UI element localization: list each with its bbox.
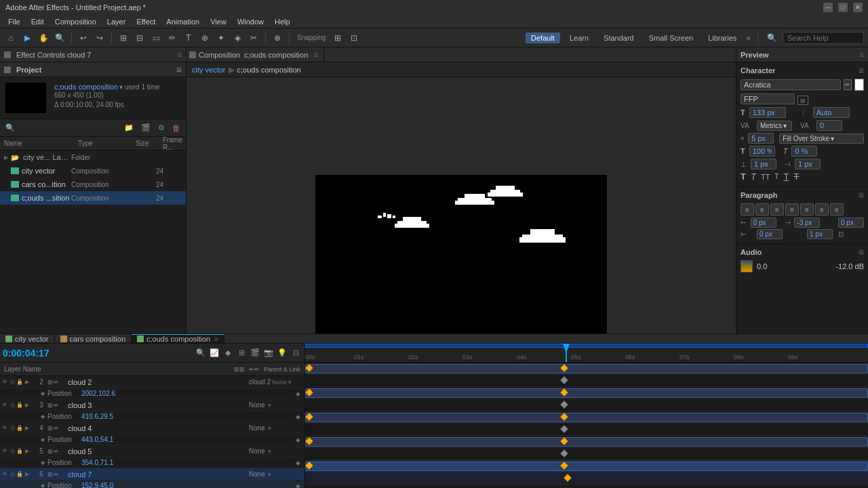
file-item-3[interactable]: c;ouds ...sition Composition 24: [0, 191, 186, 205]
superscript-icon[interactable]: T: [774, 173, 778, 180]
tl-tab-clouds[interactable]: c;ouds composition ≡: [132, 334, 224, 343]
file-item-2[interactable]: cars co...ition Composition 24: [0, 178, 186, 191]
menu-composition[interactable]: Composition: [50, 16, 102, 27]
layer-4-switch-2[interactable]: ✏: [54, 425, 59, 432]
search-input[interactable]: [783, 32, 864, 44]
layer-3-anim-icon[interactable]: ◈: [41, 413, 45, 420]
indent-right-input[interactable]: [794, 218, 820, 228]
color-swatch-primary[interactable]: [854, 79, 864, 91]
italic-icon[interactable]: T: [751, 171, 756, 182]
tool8[interactable]: ◈: [231, 31, 244, 45]
layer-row-6[interactable]: 👁 ◎ 🔒 ▶ 6 ⊞ ✏ cloud 7 None ▾: [0, 468, 304, 481]
menu-edit[interactable]: Edit: [26, 16, 50, 27]
menu-layer[interactable]: Layer: [102, 16, 132, 27]
search-project-icon[interactable]: 🔍: [3, 122, 18, 134]
layer-5-anim-icon[interactable]: ◈: [41, 460, 45, 466]
font-input[interactable]: [741, 79, 841, 90]
layer-2-solo[interactable]: ◎: [9, 378, 16, 387]
delete-button[interactable]: 🗑: [170, 122, 183, 134]
close-button[interactable]: ✕: [853, 3, 863, 12]
menu-animation[interactable]: Animation: [161, 16, 205, 27]
undo-tool[interactable]: ↩: [77, 31, 90, 45]
workspace-default[interactable]: Default: [526, 33, 560, 43]
file-item-1[interactable]: city vector Composition 24: [0, 164, 186, 178]
layer-4-parent-chevron[interactable]: ▾: [268, 425, 271, 432]
layer-6-keyframe-link[interactable]: ◈: [296, 483, 300, 489]
layer-6-lock[interactable]: 🔒: [16, 470, 23, 479]
line-height-input[interactable]: [813, 107, 850, 118]
menu-help[interactable]: Help: [269, 16, 296, 27]
layer-3-keyframe-link[interactable]: ◈: [296, 413, 300, 420]
layer-4-lock[interactable]: 🔒: [16, 424, 23, 433]
tl-current-time[interactable]: 0:00:04:17: [3, 348, 50, 359]
comp-tab-menu[interactable]: ≡: [313, 50, 318, 60]
kerning-dropdown[interactable]: Metrics ▾: [757, 121, 792, 131]
layer-2-switch-2[interactable]: ✏: [54, 379, 59, 386]
home-button[interactable]: ⌂: [4, 31, 18, 45]
tl-playhead[interactable]: [566, 344, 567, 362]
item-expand-0[interactable]: ▶: [3, 152, 9, 162]
tool10[interactable]: ⊗: [271, 31, 284, 45]
secondary-color-swatch[interactable]: ▤: [797, 96, 808, 105]
layer-3-collapse[interactable]: ▶: [24, 401, 31, 410]
layer-6-switch-1[interactable]: ⊞: [47, 471, 53, 478]
align-justify-r-btn[interactable]: ≡: [815, 203, 829, 216]
tl-comp-btn[interactable]: 🎬: [249, 347, 261, 359]
maximize-button[interactable]: □: [838, 3, 848, 12]
tl-kf-4-pos[interactable]: [560, 425, 568, 432]
workspace-overflow[interactable]: »: [746, 33, 751, 43]
tool4[interactable]: ✏: [165, 31, 179, 45]
layer-5-solo[interactable]: ◎: [9, 447, 16, 456]
layer-4-switch-1[interactable]: ⊞: [47, 425, 53, 432]
tl-add-layer-btn[interactable]: ⊞: [235, 347, 248, 359]
paragraph-menu[interactable]: ≡: [859, 190, 864, 201]
layer-2-lock[interactable]: 🔒: [16, 378, 23, 387]
layer-5-keyframe-link[interactable]: ◈: [296, 460, 300, 466]
tl-tab-city-vector[interactable]: city vector: [0, 334, 55, 343]
tool3[interactable]: ▭: [149, 31, 163, 45]
tl-add-marker-btn[interactable]: ◆: [222, 347, 234, 359]
menu-file[interactable]: File: [3, 16, 26, 27]
tool6[interactable]: ⊕: [198, 31, 212, 45]
preview-menu[interactable]: ≡: [859, 50, 864, 60]
layer-5-collapse[interactable]: ▶: [24, 447, 31, 456]
tl-tab-menu[interactable]: ≡: [214, 336, 218, 343]
workspace-learn[interactable]: Learn: [564, 33, 594, 43]
menu-effect[interactable]: Effect: [131, 16, 161, 27]
scale-h-input[interactable]: [791, 146, 817, 157]
align-right-btn[interactable]: ≡: [770, 203, 784, 216]
layer-4-collapse[interactable]: ▶: [24, 424, 31, 433]
baseline-input[interactable]: [751, 159, 776, 169]
stroke-width-input[interactable]: [748, 133, 774, 144]
layer-6-parent-chevron[interactable]: ▾: [268, 471, 271, 478]
layer-2-parent-link[interactable]: ▾: [288, 379, 292, 386]
new-comp-button[interactable]: 🎬: [138, 122, 153, 134]
breadcrumb-city-vector[interactable]: city vector: [192, 66, 226, 74]
snapping-toggle[interactable]: ⊞: [331, 31, 344, 45]
layer-2-keyframe-link[interactable]: ◈: [296, 390, 300, 397]
audio-menu[interactable]: ≡: [859, 247, 864, 258]
align-justify-all-btn[interactable]: ≡: [830, 203, 844, 216]
layer-row-5[interactable]: 👁 ◎ 🔒 ▶ 5 ⊞ ✏ cloud 5 None ▾: [0, 445, 304, 458]
tool7[interactable]: ✦: [214, 31, 228, 45]
layer-3-parent-chevron[interactable]: ▾: [268, 402, 271, 409]
redo-tool[interactable]: ↪: [93, 31, 106, 45]
tl-search-btn[interactable]: 🔍: [195, 347, 207, 359]
layer-6-solo[interactable]: ◎: [9, 470, 16, 479]
layer-3-lock[interactable]: 🔒: [16, 401, 23, 410]
snapping-opt[interactable]: ⊡: [347, 31, 361, 45]
project-menu[interactable]: ≡: [176, 64, 182, 75]
layer-row-2[interactable]: 👁 ◎ 🔒 ▶ 2 ⊞ ✏ cloud 2 cloud 2 None ▾: [0, 376, 304, 388]
layer-2-collapse[interactable]: ▶: [24, 378, 31, 387]
align-justify-btn[interactable]: ≡: [785, 203, 799, 216]
space-before-input[interactable]: [757, 229, 783, 239]
layer-5-lock[interactable]: 🔒: [16, 447, 23, 456]
menu-view[interactable]: View: [205, 16, 232, 27]
layer-6-anim-icon[interactable]: ◈: [41, 483, 45, 488]
align-center-btn[interactable]: ≡: [755, 203, 769, 216]
layer-3-switch-2[interactable]: ✏: [54, 402, 59, 409]
work-area-bar[interactable]: [305, 344, 868, 348]
tl-kf-2-pos[interactable]: [560, 376, 568, 384]
tl-light-btn[interactable]: 💡: [276, 347, 288, 359]
align-left-btn[interactable]: ≡: [741, 203, 754, 216]
